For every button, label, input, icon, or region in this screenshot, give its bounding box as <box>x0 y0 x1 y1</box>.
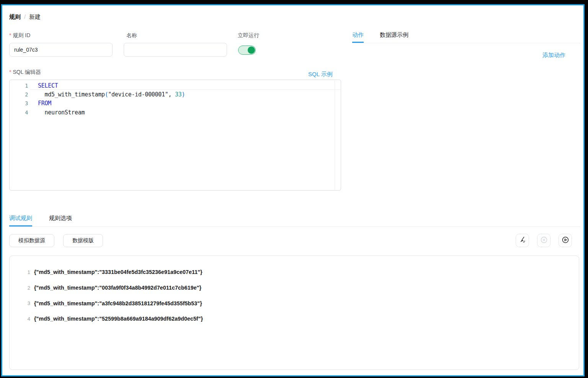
output-line-number: 4 <box>10 316 30 322</box>
output-line-text: {"md5_with_timestamp":"52599b8a669a9184a… <box>34 316 203 322</box>
page-root: 规则/新建 *规则 ID 名称 立即运行 动作 数据源示例 添加动作 *SQL … <box>0 0 588 378</box>
tab-actions[interactable]: 动作 <box>352 31 364 43</box>
line-number: 1 <box>10 83 28 89</box>
rule-id-input[interactable] <box>9 43 113 57</box>
mock-datasource-button[interactable]: 模拟数据源 <box>9 234 54 247</box>
debug-output-area[interactable]: 1{"md5_with_timestamp":"3331be04fe5d3fc3… <box>9 256 579 370</box>
sql-example-link[interactable]: SQL 示例 <box>308 71 333 78</box>
editor-scrollbar[interactable] <box>335 80 335 190</box>
breadcrumb-rules[interactable]: 规则 <box>9 13 21 20</box>
code-line: 3FROM <box>10 99 334 108</box>
actions-tabbar: 动作 数据源示例 <box>352 31 580 43</box>
output-line: 3{"md5_with_timestamp":"a3fc948b2d385181… <box>10 295 579 311</box>
play-circle-icon <box>562 236 569 245</box>
content-canvas: 规则/新建 *规则 ID 名称 立即运行 动作 数据源示例 添加动作 *SQL … <box>0 0 588 378</box>
line-number: 3 <box>10 100 28 106</box>
required-asterisk: * <box>9 32 11 38</box>
pause-test-button <box>537 234 550 247</box>
add-action-link[interactable]: 添加动作 <box>542 52 565 59</box>
output-line-number: 2 <box>10 285 30 291</box>
output-line-text: {"md5_with_timestamp":"3331be04fe5d3fc35… <box>34 269 203 275</box>
output-line: 4{"md5_with_timestamp":"52599b8a669a9184… <box>10 311 579 327</box>
sql-code-editor[interactable]: 1SELECT2 md5_with_timestamp("device-id-0… <box>9 80 341 191</box>
clear-output-button[interactable] <box>516 234 529 247</box>
output-line: 2{"md5_with_timestamp":"003fa9f0f34a8b49… <box>10 280 579 296</box>
run-now-toggle[interactable] <box>238 46 256 55</box>
line-number: 2 <box>10 91 28 98</box>
data-template-button[interactable]: 数据模版 <box>63 234 103 247</box>
breadcrumb: 规则/新建 <box>9 13 41 21</box>
pause-circle-icon <box>540 236 548 245</box>
breadcrumb-separator: / <box>24 13 26 20</box>
output-line-text: {"md5_with_timestamp":"a3fc948b2d3851812… <box>34 300 202 306</box>
app-window: 规则/新建 *规则 ID 名称 立即运行 动作 数据源示例 添加动作 *SQL … <box>1 4 585 376</box>
broom-icon <box>519 236 526 245</box>
debug-tabbar: 调试规则 规则选项 <box>9 214 580 227</box>
output-line-text: {"md5_with_timestamp":"003fa9f0f34a8b499… <box>34 285 201 291</box>
toggle-knob <box>248 47 255 54</box>
sql-code-lines: 1SELECT2 md5_with_timestamp("device-id-0… <box>10 81 334 117</box>
output-line-number: 1 <box>10 269 30 275</box>
line-number: 4 <box>10 109 28 116</box>
required-asterisk: * <box>9 69 11 75</box>
run-now-label: 立即运行 <box>238 32 259 39</box>
tab-rule-options[interactable]: 规则选项 <box>49 214 72 226</box>
output-line: 1{"md5_with_timestamp":"3331be04fe5d3fc3… <box>10 264 579 280</box>
breadcrumb-new: 新建 <box>29 13 41 20</box>
output-line-number: 3 <box>10 300 30 306</box>
tab-debug-rule[interactable]: 调试规则 <box>9 214 32 226</box>
tab-datasource-example[interactable]: 数据源示例 <box>380 31 408 43</box>
name-label: 名称 <box>126 32 137 39</box>
name-input[interactable] <box>124 43 227 57</box>
run-test-button[interactable] <box>559 234 572 247</box>
rule-id-label: *规则 ID <box>9 32 30 39</box>
code-line: 4 neuronStream <box>10 108 334 117</box>
code-line: 2 md5_with_timestamp("device-id-000001",… <box>10 90 334 99</box>
sql-editor-label: *SQL 编辑器 <box>9 69 41 76</box>
code-line: 1SELECT <box>10 81 334 90</box>
